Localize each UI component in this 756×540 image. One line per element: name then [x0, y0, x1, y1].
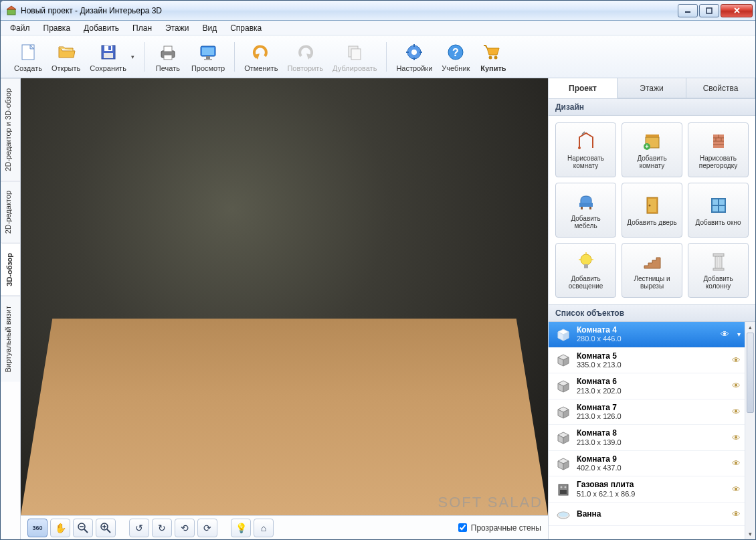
svg-point-91 — [565, 486, 567, 488]
duplicate-button[interactable]: Дублировать — [330, 38, 379, 76]
zoom-in-button[interactable] — [96, 519, 116, 537]
lighting-button[interactable]: 💡 — [231, 519, 251, 537]
tutorial-button[interactable]: ?Учебник — [439, 38, 472, 76]
buy-button[interactable]: Купить — [476, 38, 510, 76]
window-controls — [678, 4, 753, 17]
maximize-button[interactable] — [699, 4, 719, 17]
settings-button[interactable]: Настройки — [393, 38, 435, 76]
right-panel-tabs: Проект Этажи Свойства — [549, 78, 755, 98]
visibility-eye-icon[interactable]: 👁 — [732, 355, 741, 365]
tab-2d[interactable]: 2D-редактор — [1, 181, 20, 243]
add-room-button[interactable]: +Добавить комнату — [622, 122, 682, 177]
box-icon — [555, 327, 571, 343]
folder-open-icon — [56, 41, 77, 63]
3d-viewport[interactable]: SOFT SALAD — [21, 78, 548, 515]
svg-rect-0 — [7, 9, 15, 15]
add-door-button[interactable]: Добавить дверь — [622, 183, 682, 238]
scroll-down-arrow[interactable]: ▾ — [745, 529, 755, 539]
undo-button[interactable]: Отменить — [242, 38, 280, 76]
close-button[interactable] — [721, 4, 753, 17]
tab-properties[interactable]: Свойства — [686, 78, 755, 98]
add-lighting-button[interactable]: Добавить освещение — [555, 243, 616, 298]
home-view-button[interactable]: ⌂ — [254, 519, 274, 537]
menu-view[interactable]: Вид — [195, 22, 223, 34]
preview-button[interactable]: Просмотр — [189, 38, 227, 76]
object-list-item[interactable]: Комната 4280.0 x 446.0👁▾ — [549, 322, 755, 348]
tilt-right-button[interactable]: ⟳ — [197, 519, 217, 537]
visibility-eye-icon[interactable]: 👁 — [732, 381, 741, 391]
menu-floors[interactable]: Этажи — [159, 22, 195, 34]
redo-button[interactable]: Повторить — [284, 38, 326, 76]
svg-rect-15 — [206, 56, 210, 59]
scrollbar[interactable]: ▴ ▾ — [745, 322, 755, 539]
application-window: Новый проект - Дизайн Интерьера 3D Файл … — [0, 0, 756, 540]
svg-point-38 — [578, 147, 581, 149]
menu-plan[interactable]: План — [126, 22, 159, 34]
svg-rect-12 — [164, 55, 172, 60]
tab-floors[interactable]: Этажи — [618, 78, 686, 98]
visibility-eye-icon[interactable]: 👁 — [732, 433, 741, 443]
object-dimensions: 213.0 x 202.0 — [577, 387, 727, 395]
visibility-eye-icon[interactable]: 👁 — [732, 484, 741, 494]
scroll-thumb[interactable] — [747, 333, 754, 413]
design-btn-label: Нарисовать перегородку — [691, 155, 745, 169]
svg-rect-65 — [715, 256, 722, 268]
visibility-eye-icon[interactable]: 👁 — [732, 458, 741, 468]
object-list-item[interactable]: Комната 9402.0 x 437.0👁 — [549, 451, 755, 477]
add-column-button[interactable]: Добавить колонну — [688, 243, 749, 298]
redo-icon — [294, 41, 316, 63]
tab-project[interactable]: Проект — [549, 78, 618, 98]
stairs-cutouts-button[interactable]: Лестницы и вырезы — [622, 243, 682, 298]
object-list-item[interactable]: Комната 7213.0 x 126.0👁 — [549, 399, 755, 426]
object-list-item[interactable]: Комната 5335.0 x 213.0👁 — [549, 348, 755, 374]
visibility-eye-icon[interactable]: 👁 — [732, 407, 741, 417]
object-list-item[interactable]: Комната 6213.0 x 202.0👁 — [549, 373, 755, 399]
visibility-eye-icon[interactable]: 👁 — [721, 329, 729, 339]
rotate-ccw-button[interactable]: ↺ — [129, 519, 149, 537]
svg-text:?: ? — [452, 47, 459, 58]
pan-button[interactable]: ✋ — [50, 519, 70, 537]
object-name: Комната 8 — [577, 428, 727, 438]
box-icon — [555, 352, 571, 368]
visibility-eye-icon[interactable]: 👁 — [732, 509, 741, 519]
save-dropdown[interactable]: ▾ — [129, 54, 137, 60]
menu-add[interactable]: Добавить — [77, 22, 126, 34]
create-button[interactable]: Создать — [11, 38, 45, 76]
menu-file[interactable]: Файл — [3, 22, 37, 34]
add-lighting-icon — [575, 251, 597, 272]
transparent-walls-checkbox[interactable]: Прозрачные стены — [458, 523, 541, 533]
add-window-button[interactable]: Добавить окно — [688, 183, 749, 238]
zoom-out-button[interactable] — [73, 519, 93, 537]
object-list-item[interactable]: Ванна👁 — [549, 503, 755, 526]
svg-point-30 — [494, 56, 498, 59]
svg-point-56 — [648, 204, 650, 206]
rotate-cw-button[interactable]: ↻ — [152, 519, 172, 537]
save-button[interactable]: Сохранить — [87, 38, 129, 76]
draw-room-button[interactable]: Нарисовать комнату — [555, 122, 616, 177]
object-name: Комната 6 — [577, 377, 727, 386]
tab-2d-3d[interactable]: 2D-редактор и 3D-обзор — [1, 78, 20, 181]
tilt-left-button[interactable]: ⟲ — [175, 519, 195, 537]
print-button[interactable]: Печать — [151, 38, 185, 76]
design-section-header: Дизайн — [549, 98, 755, 116]
tab-virtual[interactable]: Виртуальный визит — [1, 296, 20, 382]
minimize-button[interactable] — [678, 4, 698, 17]
menu-bar: Файл Правка Добавить План Этажи Вид Спра… — [1, 21, 755, 35]
design-btn-label: Добавить мебель — [559, 215, 613, 230]
orbit-360-button[interactable]: 360 — [27, 519, 48, 537]
svg-rect-89 — [560, 490, 567, 494]
svg-rect-53 — [589, 207, 591, 209]
object-list-item[interactable]: Комната 8213.0 x 139.0👁 — [549, 425, 755, 451]
tab-3d[interactable]: 3D-обзор — [1, 243, 20, 296]
svg-point-90 — [561, 486, 563, 488]
add-furniture-button[interactable]: Добавить мебель — [555, 183, 616, 238]
chevron-down-icon[interactable]: ▾ — [737, 331, 741, 338]
menu-edit[interactable]: Правка — [37, 22, 78, 34]
menu-help[interactable]: Справка — [223, 22, 268, 34]
gear-icon — [403, 41, 425, 63]
open-button[interactable]: Открыть — [49, 38, 83, 76]
view-mode-tabs: 2D-редактор и 3D-обзор 2D-редактор 3D-об… — [1, 78, 21, 539]
draw-partition-button[interactable]: Нарисовать перегородку — [688, 122, 749, 177]
scroll-up-arrow[interactable]: ▴ — [745, 322, 755, 333]
object-list-item[interactable]: Газовая плита51.0 x 62.1 x 86.9👁 — [549, 476, 755, 503]
